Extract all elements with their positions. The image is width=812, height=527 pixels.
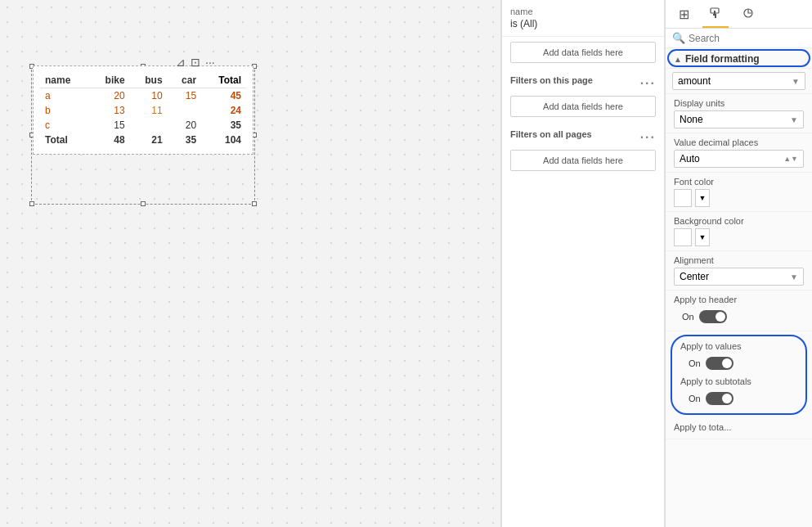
decimal-places-dropdown[interactable]: Auto ▲▼ <box>674 150 804 168</box>
field-filter-label: name <box>510 7 656 16</box>
handle-br[interactable] <box>252 201 257 206</box>
display-units-row: Display units None ▼ <box>666 94 812 133</box>
tab-format[interactable] <box>702 3 729 28</box>
table-row: c 15 20 35 <box>40 118 246 133</box>
field-formatting-section: ▲ Field formatting <box>666 48 812 69</box>
chevron-right-icon: ▲ <box>674 55 682 64</box>
alignment-dropdown[interactable]: Center ▼ <box>674 268 804 286</box>
apply-header-label: Apply to header <box>674 295 804 304</box>
apply-totals-row: Apply to tota... <box>666 418 812 439</box>
apply-header-toggle-row: On <box>674 307 804 327</box>
col-header-bus: bus <box>130 73 168 88</box>
cell-total: 24 <box>201 103 246 118</box>
filter-icon[interactable]: ⊿ <box>176 56 186 69</box>
toggle-thumb-2 <box>722 358 732 368</box>
filters-dots-1[interactable]: ... <box>640 73 656 88</box>
chevron-down-icon-2: ▼ <box>790 115 798 124</box>
search-icon: 🔍 <box>672 32 685 44</box>
toggle-thumb <box>716 312 725 322</box>
bg-color-picker: ▼ <box>674 228 804 246</box>
cell-bus <box>130 118 168 133</box>
alignment-value: Center <box>680 271 709 282</box>
col-header-name: name <box>40 73 89 88</box>
filters-on-all-title: Filters on all pages ... <box>502 122 664 145</box>
apply-subtotals-row: Apply to subtotals On <box>672 375 805 410</box>
svg-rect-1 <box>714 11 716 14</box>
display-units-dropdown[interactable]: None ▼ <box>674 110 804 128</box>
table-header-row: name bike bus car Total <box>40 73 246 88</box>
amount-label: amount <box>678 75 711 87</box>
filters-on-page-title: Filters on this page ... <box>502 68 664 91</box>
cell-bus: 10 <box>130 88 168 104</box>
svg-rect-3 <box>715 16 716 18</box>
cell-bike: 48 <box>89 133 130 147</box>
data-table: name bike bus car Total a 20 10 15 45 b <box>40 73 246 147</box>
cell-name: Total <box>40 133 89 147</box>
apply-subtotals-label: Apply to subtotals <box>680 376 797 386</box>
alignment-row: Alignment Center ▼ <box>666 251 812 291</box>
analytics-icon <box>742 7 755 20</box>
handle-bl[interactable] <box>29 201 34 206</box>
font-color-row: Font color ▼ <box>666 173 812 212</box>
tab-grid[interactable]: ⊞ <box>672 3 696 28</box>
handle-bc[interactable] <box>141 201 146 206</box>
font-color-dropdown-btn[interactable]: ▼ <box>695 189 710 207</box>
format-panel-content: amount ▼ Display units None ▼ Value deci… <box>666 69 812 527</box>
field-filter-section: name is (All) <box>502 0 664 37</box>
cell-car: 15 <box>168 88 201 104</box>
filters-dots-2[interactable]: ... <box>640 127 656 142</box>
cell-car: 20 <box>168 118 201 133</box>
add-data-section-2: Add data fields here <box>502 91 664 122</box>
table-visual: name bike bus car Total a 20 10 15 45 b <box>33 65 253 155</box>
apply-values-on-label: On <box>689 358 701 368</box>
add-data-section-3: Add data fields here <box>502 145 664 176</box>
search-input[interactable] <box>689 33 811 44</box>
decimal-places-value: Auto <box>680 153 700 164</box>
field-filter-value: is (All) <box>510 18 656 29</box>
apply-subtotals-toggle-row: On <box>680 389 797 408</box>
cell-total: 35 <box>201 118 246 133</box>
filters-on-all-label: Filters on all pages <box>510 129 592 139</box>
cell-bike: 15 <box>89 118 130 133</box>
chevron-down-icon: ▼ <box>792 77 800 86</box>
apply-totals-label: Apply to tota... <box>674 422 804 432</box>
apply-values-row: Apply to values On <box>672 340 805 375</box>
add-data-btn-2[interactable]: Add data fields here <box>510 96 656 117</box>
cell-name: a <box>40 88 89 104</box>
cell-bus: 21 <box>130 133 168 147</box>
apply-header-row: Apply to header On <box>666 291 812 331</box>
svg-rect-2 <box>713 14 716 16</box>
tab-analytics[interactable] <box>735 3 761 28</box>
cell-bike: 20 <box>89 88 130 104</box>
decimal-places-label: Value decimal places <box>674 137 804 147</box>
visual-toolbar: ⊿ ⊡ ··· <box>176 56 215 69</box>
expand-icon[interactable]: ⊡ <box>191 56 200 69</box>
oval-highlight: Apply to values On Apply to subtotals On <box>671 335 807 415</box>
amount-dropdown[interactable]: amount ▼ <box>672 72 805 90</box>
field-formatting-label: Field formatting <box>685 53 760 65</box>
format-panel-tabs: ⊞ <box>666 0 812 29</box>
bg-color-swatch[interactable] <box>674 228 692 246</box>
chevron-down-icon-3: ▼ <box>790 273 798 282</box>
display-units-label: Display units <box>674 98 804 108</box>
canvas-area: ⊿ ⊡ ··· name bike bus car Total <box>0 0 501 527</box>
more-icon[interactable]: ··· <box>205 56 215 69</box>
add-data-section-1: Add data fields here <box>502 37 664 68</box>
apply-values-toggle[interactable] <box>706 357 733 370</box>
cell-name: c <box>40 118 89 133</box>
add-data-btn-3[interactable]: Add data fields here <box>510 150 656 171</box>
search-bar: 🔍 <box>666 29 812 48</box>
filters-on-page-label: Filters on this page <box>510 75 593 85</box>
bg-color-row: Background color ▼ <box>666 212 812 251</box>
filters-panel: name is (All) Add data fields here Filte… <box>501 0 665 527</box>
bg-color-dropdown-btn[interactable]: ▼ <box>695 228 710 246</box>
paint-roller-icon <box>709 7 722 20</box>
add-data-btn-1[interactable]: Add data fields here <box>510 42 656 63</box>
table-row: a 20 10 15 45 <box>40 88 246 104</box>
apply-values-label: Apply to values <box>680 341 797 351</box>
apply-subtotals-toggle[interactable] <box>706 392 733 405</box>
col-header-bike: bike <box>89 73 130 88</box>
font-color-swatch[interactable] <box>674 189 692 207</box>
apply-header-toggle[interactable] <box>699 310 727 323</box>
alignment-label: Alignment <box>674 255 804 265</box>
